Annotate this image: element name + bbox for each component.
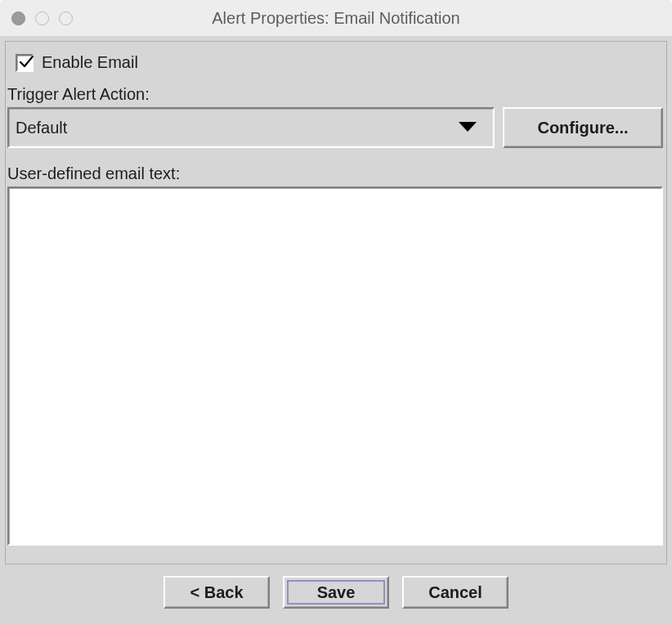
form-group: Enable Email Trigger Alert Action: Defau… <box>5 41 667 564</box>
trigger-row: Default Configure... <box>7 107 663 148</box>
trigger-action-label: Trigger Alert Action: <box>7 85 656 104</box>
configure-button[interactable]: Configure... <box>503 107 663 148</box>
minimize-window-button[interactable] <box>35 11 49 25</box>
configure-button-label: Configure... <box>537 119 628 137</box>
user-text-label: User-defined email text: <box>7 164 656 183</box>
back-button-label: < Back <box>190 583 243 602</box>
dialog-footer: < Back Save Cancel <box>5 564 667 620</box>
dialog-content: Enable Email Trigger Alert Action: Defau… <box>0 36 672 625</box>
save-button-label: Save <box>317 583 356 602</box>
enable-email-row: Enable Email <box>16 53 656 72</box>
cancel-button-label: Cancel <box>428 583 482 602</box>
chevron-down-icon <box>459 120 477 135</box>
dialog-window: Alert Properties: Email Notification Ena… <box>0 0 672 625</box>
enable-email-label[interactable]: Enable Email <box>42 53 138 72</box>
user-text-input[interactable] <box>7 187 663 546</box>
close-window-button[interactable] <box>11 11 25 25</box>
dialog-title: Alert Properties: Email Notification <box>0 9 672 28</box>
zoom-window-button[interactable] <box>59 11 73 25</box>
trigger-action-combobox[interactable]: Default <box>7 107 495 148</box>
back-button[interactable]: < Back <box>164 576 270 609</box>
window-controls <box>11 11 73 25</box>
checkmark-icon <box>19 55 34 70</box>
trigger-action-value: Default <box>16 119 67 137</box>
svg-marker-0 <box>459 122 477 132</box>
cancel-button[interactable]: Cancel <box>402 576 508 609</box>
enable-email-checkbox[interactable] <box>16 54 34 72</box>
title-bar: Alert Properties: Email Notification <box>0 0 672 36</box>
save-button[interactable]: Save <box>283 576 389 609</box>
